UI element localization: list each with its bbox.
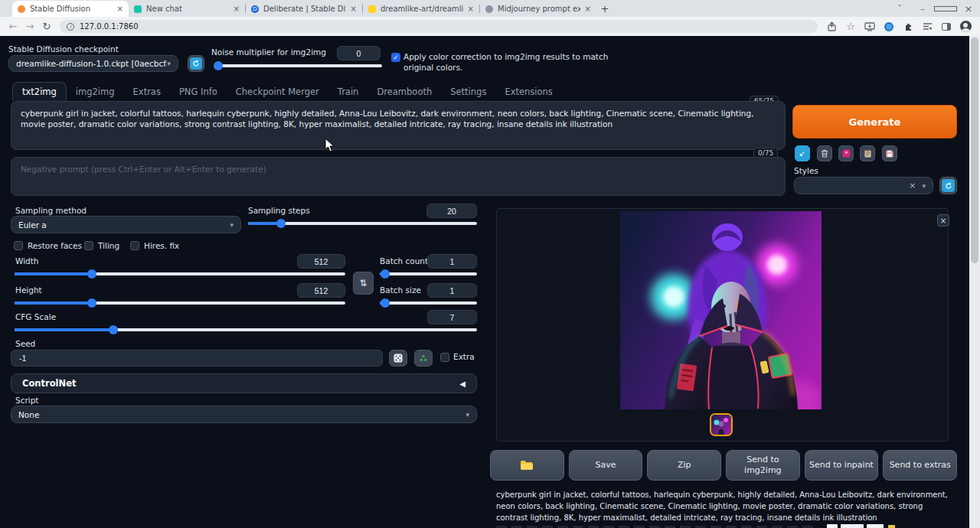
tab-extensions[interactable]: Extensions (495, 83, 561, 101)
send-to-img2img-button[interactable]: Send to img2img (726, 450, 800, 481)
tab-close-icon[interactable]: × (117, 5, 123, 13)
save-button[interactable]: Save (569, 450, 643, 481)
generate-button[interactable]: Generate (792, 105, 957, 139)
tab-checkpoint-merger[interactable]: Checkpoint Merger (227, 83, 328, 101)
share-icon[interactable] (825, 21, 838, 33)
browser-tab-deliberate[interactable]: D Deliberate | Stable Diffusion Che × (246, 1, 362, 17)
close-gallery-button[interactable]: × (937, 214, 949, 227)
noise-multiplier-input[interactable] (337, 46, 381, 60)
browser-tab-dreamlike[interactable]: dreamlike-art/dreamlike-diffusio × (363, 1, 479, 17)
tab-close-icon[interactable]: × (234, 5, 240, 13)
extra-seed-checkbox[interactable] (440, 353, 449, 362)
seed-input[interactable] (11, 350, 383, 367)
profile-avatar[interactable] (959, 21, 972, 33)
browser-tab-midjourney[interactable]: Midjourney prompt examples : L × (480, 1, 596, 17)
swap-dimensions-button[interactable]: ⇅ (353, 272, 374, 295)
extensions-puzzle-icon[interactable] (902, 21, 914, 33)
controlnet-accordion[interactable]: ControlNet ◀ (11, 373, 477, 393)
site-favicon-icon (485, 5, 493, 13)
apply-styles-button[interactable] (860, 145, 875, 161)
send-to-extras-button[interactable]: Send to extras (883, 450, 957, 481)
negative-prompt-textarea[interactable] (11, 157, 786, 196)
refresh-checkpoints-button[interactable] (188, 55, 204, 72)
zip-button[interactable]: Zip (647, 450, 721, 481)
cfg-scale-input[interactable] (427, 310, 477, 324)
noise-multiplier-label: Noise multiplier for img2img (211, 47, 326, 57)
extra-seed-label: Extra (453, 352, 475, 361)
tab-close-icon[interactable]: × (468, 5, 474, 13)
reload-icon[interactable]: ↻ (38, 21, 55, 32)
tab-dreambooth[interactable]: Dreambooth (368, 83, 441, 101)
cfg-scale-label: CFG Scale (15, 312, 56, 321)
random-seed-button[interactable] (389, 350, 407, 367)
batch-count-slider[interactable] (380, 272, 477, 275)
tab-txt2img[interactable]: txt2img (12, 82, 67, 101)
checkpoint-dropdown[interactable]: dreamlike-diffusion-1.0.ckpt [0aecbcfa2c… (8, 55, 178, 72)
restore-faces-checkbox[interactable] (14, 241, 23, 250)
extension-blue-icon[interactable] (883, 21, 895, 33)
tab-close-icon[interactable]: × (351, 5, 357, 13)
side-panel-icon[interactable] (940, 21, 952, 33)
bookmark-star-icon[interactable]: ☆ (844, 21, 857, 33)
clear-styles-icon[interactable]: × (909, 181, 916, 191)
folder-icon (520, 460, 534, 471)
tab-title: dreamlike-art/dreamlike-diffusio (381, 5, 463, 13)
tab-img2img[interactable]: img2img (67, 83, 124, 101)
batch-count-input[interactable] (427, 254, 477, 269)
refresh-styles-button[interactable] (939, 177, 957, 194)
sampling-steps-slider[interactable] (248, 222, 477, 225)
tab-train[interactable]: Train (328, 83, 368, 101)
script-dropdown[interactable]: None ▾ (11, 406, 477, 423)
send-to-inpaint-button[interactable]: Send to inpaint (805, 450, 879, 481)
chrome-chevron-icon[interactable]: ˇ (888, 4, 911, 14)
color-correction-label-2: original colors. (403, 63, 462, 72)
sampling-method-label: Sampling method (15, 206, 87, 215)
tab-settings[interactable]: Settings (441, 83, 495, 101)
tab-extras[interactable]: Extras (124, 83, 170, 101)
browser-tab-stable-diffusion[interactable]: Stable Diffusion × (12, 1, 129, 17)
tab-close-icon[interactable]: × (585, 5, 591, 13)
extra-networks-button[interactable] (838, 145, 854, 161)
gallery-thumbnail-selected[interactable] (710, 413, 733, 436)
height-input[interactable] (297, 283, 345, 298)
clear-prompt-button[interactable] (817, 145, 832, 161)
install-app-icon[interactable] (864, 21, 876, 33)
noise-multiplier-slider[interactable] (215, 64, 382, 67)
reuse-seed-button[interactable] (414, 350, 433, 367)
open-folder-button[interactable] (490, 450, 564, 481)
window-maximize-button[interactable] (934, 4, 957, 14)
forward-icon[interactable]: → (21, 21, 38, 32)
tab-png-info[interactable]: PNG Info (170, 83, 227, 101)
sampling-steps-input[interactable] (426, 204, 477, 218)
tab-list-icon[interactable] (921, 21, 933, 33)
browser-tab-new-chat[interactable]: New chat × (129, 1, 245, 17)
generated-image[interactable] (620, 211, 822, 409)
paste-parameters-button[interactable]: ↙ (795, 145, 810, 161)
batch-size-input[interactable] (427, 283, 477, 298)
scrollbar-thumb[interactable] (971, 37, 978, 263)
cfg-scale-slider[interactable] (15, 328, 477, 331)
chevron-down-icon: ▾ (167, 60, 171, 67)
back-icon[interactable]: ← (5, 21, 21, 32)
window-minimize-button[interactable]: – (911, 4, 934, 14)
prompt-textarea[interactable]: cyberpunk girl in jacket, colorful tatto… (11, 101, 786, 150)
color-correction-checkbox[interactable]: ✓ (391, 53, 400, 62)
new-tab-button[interactable]: + (596, 0, 613, 17)
hires-fix-checkbox[interactable] (130, 241, 139, 250)
batch-size-slider[interactable] (380, 301, 477, 305)
generation-info-text: cyberpunk girl in jacket, colorful tatto… (496, 489, 951, 523)
height-slider[interactable] (15, 301, 345, 305)
page-scrollbar[interactable] (969, 36, 980, 528)
page-info-icon[interactable]: i (67, 23, 74, 31)
sampling-steps-label: Sampling steps (248, 206, 310, 215)
styles-dropdown[interactable]: × ▾ (794, 177, 933, 194)
chevron-down-icon: ▾ (466, 411, 469, 419)
tiling-checkbox[interactable] (84, 241, 93, 250)
width-input[interactable] (297, 254, 345, 269)
address-bar[interactable]: i 127.0.0.1:7860 (60, 20, 818, 33)
save-style-button[interactable] (882, 145, 897, 161)
window-controls: ˇ – × (888, 0, 980, 17)
width-slider[interactable] (15, 272, 345, 275)
window-close-button[interactable]: × (957, 3, 980, 15)
sampling-method-dropdown[interactable]: Euler a ▾ (11, 216, 241, 233)
